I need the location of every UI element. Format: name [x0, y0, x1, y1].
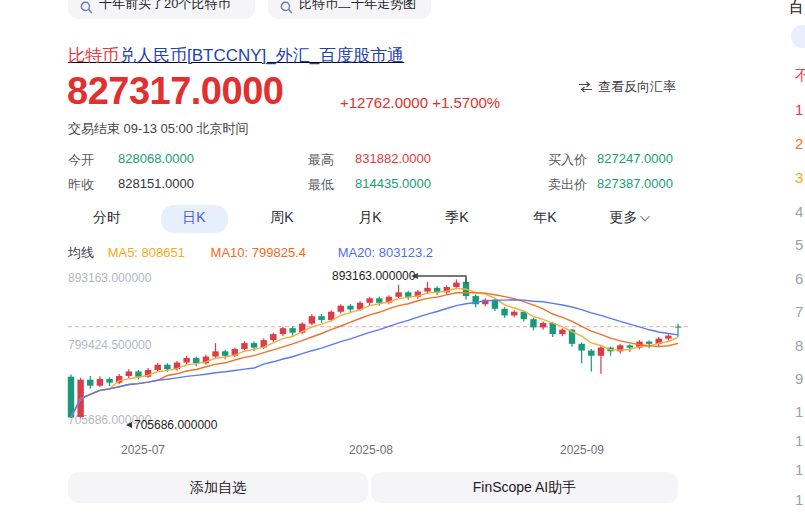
candle-body: [241, 343, 247, 349]
candle-body: [501, 309, 507, 316]
candle-body: [588, 351, 594, 356]
ma-legend: 均线 MA5: 808651 MA10: 799825.4 MA20: 8031…: [68, 244, 433, 262]
candle-body: [135, 371, 141, 376]
candle-body: [289, 328, 295, 332]
reverse-rate-label: 查看反向汇率: [598, 78, 676, 96]
candle-body: [530, 319, 536, 327]
hot-rank-number[interactable]: 4: [795, 203, 803, 220]
hot-rank-number[interactable]: 5: [795, 236, 803, 253]
swap-arrows-icon: [578, 81, 593, 93]
candle-body: [338, 306, 344, 312]
page: 十年前买了20个比特币 比特币二十年走势图 比特币兑人民币[BTCCNY]_外汇…: [0, 0, 805, 516]
high-point-annotation: 893163.000000: [332, 269, 415, 283]
tab-minute[interactable]: 分时: [93, 209, 121, 227]
hot-rank-number[interactable]: 2: [795, 135, 803, 152]
search-icon: [80, 1, 93, 14]
change-percent: +1.5700%: [432, 94, 500, 111]
candle-body: [251, 343, 257, 347]
suggestion-chip[interactable]: 十年前买了20个比特币: [68, 0, 255, 19]
candle-body: [366, 298, 372, 302]
result-title-link[interactable]: 比特币兑人民币[BTCCNY]_外汇_百度股市通: [68, 44, 404, 67]
ma-title: 均线: [68, 245, 94, 260]
candle-body: [328, 312, 334, 320]
current-price: 827317.0000: [67, 70, 283, 113]
candle-body: [222, 351, 228, 355]
high-value: 831882.0000: [355, 151, 431, 166]
candle-body: [453, 283, 459, 287]
hot-rank-number[interactable]: 3: [795, 169, 803, 186]
candle-body: [164, 365, 170, 369]
bid-value: 827247.0000: [597, 151, 673, 166]
hot-rank-number[interactable]: 6: [795, 270, 803, 287]
candle-body: [376, 298, 382, 302]
x-axis-label-sep: 2025-09: [560, 443, 604, 457]
hot-rank-number[interactable]: 1: [795, 491, 803, 508]
candle-body: [97, 379, 103, 386]
chevron-down-icon: [640, 211, 650, 221]
price-change: +12762.0000 +1.5700%: [340, 94, 500, 111]
candle-body: [155, 365, 161, 370]
hot-rank-panel: 百 不 1234567891111: [786, 0, 805, 516]
open-label: 今开: [68, 151, 94, 169]
candle-body: [395, 292, 401, 296]
ma20-value: MA20: 803123.2: [338, 245, 433, 260]
reverse-rate-link[interactable]: 查看反向汇率: [578, 78, 676, 96]
hot-rank-number[interactable]: 1: [795, 403, 803, 420]
market-status: 交易结束 09-13 05:00 北京时间: [68, 120, 249, 138]
hot-rank-number[interactable]: 8: [795, 337, 803, 354]
candle-body: [540, 323, 546, 327]
ask-label: 卖出价: [548, 176, 587, 194]
candle-body: [193, 358, 199, 363]
candle-body: [126, 371, 132, 375]
tab-yearly-k[interactable]: 年K: [533, 209, 556, 227]
ask-value: 827387.0000: [597, 176, 673, 191]
candle-body: [646, 342, 652, 344]
tab-quarterly-k[interactable]: 季K: [445, 209, 468, 227]
candle-body: [309, 316, 315, 323]
candle-body: [106, 379, 112, 383]
tab-weekly-k[interactable]: 周K: [270, 209, 293, 227]
hot-rank-number[interactable]: 1: [795, 461, 803, 478]
x-axis-label-aug: 2025-08: [349, 443, 393, 457]
low-label: 最低: [308, 176, 334, 194]
candle-body: [212, 351, 218, 356]
hot-rank-number[interactable]: 7: [795, 303, 803, 320]
hot-rank-badge[interactable]: 不: [795, 67, 805, 86]
prev-close-label: 昨收: [68, 176, 94, 194]
candle-body: [598, 348, 604, 356]
suggestion-label: 比特币二十年走势图: [299, 0, 416, 13]
hot-panel-title: 百: [788, 0, 804, 18]
title-highlight: 比特币: [68, 46, 119, 65]
candle-body: [87, 380, 93, 386]
open-value: 828068.0000: [118, 151, 194, 166]
ai-assistant-button[interactable]: FinScope AI助手: [371, 472, 678, 503]
candle-body: [183, 358, 189, 362]
low-value: 814435.0000: [355, 176, 431, 191]
candle-body: [559, 330, 565, 334]
low-point-annotation: 705686.000000: [134, 418, 217, 432]
tab-more[interactable]: 更多: [610, 209, 649, 227]
bid-label: 买入价: [548, 151, 587, 169]
candlestick-chart[interactable]: [0, 262, 805, 448]
candle-body: [318, 316, 324, 320]
candle-body: [627, 345, 633, 347]
x-axis-label-jul: 2025-07: [121, 443, 165, 457]
tab-daily-k[interactable]: 日K: [182, 209, 205, 227]
tab-monthly-k[interactable]: 月K: [358, 209, 381, 227]
candle-body: [347, 306, 353, 310]
suggestion-chip[interactable]: 比特币二十年走势图: [268, 0, 431, 19]
candle-body: [424, 288, 430, 292]
candle-body: [405, 292, 411, 296]
candle-body: [665, 336, 671, 339]
suggestion-label: 十年前买了20个比特币: [99, 0, 230, 13]
hot-rank-number[interactable]: 1: [795, 432, 803, 449]
add-watchlist-button[interactable]: 添加自选: [68, 472, 368, 503]
search-icon: [280, 1, 293, 14]
hot-rank-number[interactable]: 1: [795, 101, 803, 118]
annotation-arrow-low-icon: [126, 422, 132, 428]
candle-body: [511, 312, 517, 316]
prev-close-value: 828151.0000: [118, 176, 194, 191]
hot-rank-number[interactable]: 9: [795, 370, 803, 387]
hot-panel-tab[interactable]: [791, 25, 805, 48]
title-rest: 兑人民币[BTCCNY]_外汇_百度股市通: [119, 46, 404, 65]
